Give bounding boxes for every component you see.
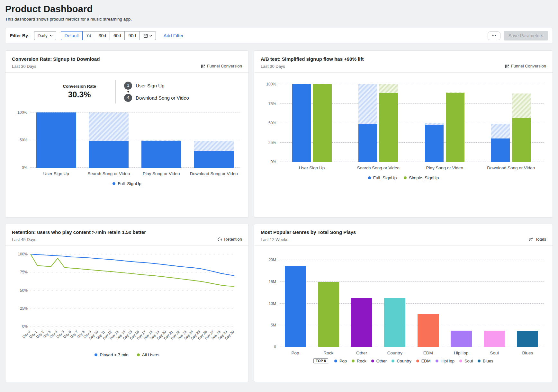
- bar[interactable]: [89, 141, 129, 168]
- y-tick-label: 0%: [260, 160, 276, 164]
- x-axis-label: Rock: [312, 351, 345, 355]
- bar[interactable]: [491, 138, 510, 162]
- bar[interactable]: [484, 331, 505, 347]
- bar-dropoff-hatch[interactable]: [446, 92, 464, 93]
- x-axis-label: User Sign Up: [30, 171, 83, 176]
- bar-dropoff-hatch[interactable]: [89, 112, 129, 141]
- bar[interactable]: [418, 314, 439, 347]
- legend-item[interactable]: Full_SignUp: [113, 181, 141, 186]
- legend-item[interactable]: Other: [371, 359, 387, 363]
- chart-type-label[interactable]: Retention: [217, 237, 242, 242]
- bar[interactable]: [36, 112, 76, 168]
- chart-type-label[interactable]: Funnel Conversion: [201, 64, 242, 68]
- bar[interactable]: [313, 84, 332, 162]
- legend-item[interactable]: Pop: [334, 359, 347, 363]
- legend-item[interactable]: Blues: [478, 359, 493, 363]
- preset-7d[interactable]: 7d: [82, 31, 95, 40]
- legend-dot: [113, 182, 115, 185]
- bar[interactable]: [292, 84, 311, 162]
- line-series[interactable]: [31, 254, 234, 286]
- preset-90d[interactable]: 90d: [124, 31, 140, 40]
- save-parameters-button[interactable]: Save Parameters: [504, 31, 548, 40]
- legend-dot: [137, 353, 140, 356]
- bar-dropoff-hatch[interactable]: [194, 141, 234, 151]
- y-tick-label: 75%: [260, 102, 276, 106]
- panel-header: Retention: users who play content >7min …: [5, 224, 248, 245]
- bar-dropoff-hatch[interactable]: [491, 124, 510, 138]
- funnel-step-first: 1 User Sign Up: [124, 82, 164, 90]
- legend-item[interactable]: Simple_SignUp: [404, 175, 439, 180]
- line-series[interactable]: [31, 254, 234, 276]
- legend-item[interactable]: Soul: [459, 359, 473, 363]
- calendar-button[interactable]: [140, 31, 156, 40]
- legend-item[interactable]: Rock: [352, 359, 366, 363]
- bar-dropoff-hatch[interactable]: [141, 140, 181, 141]
- funnel-chart-icon: [201, 64, 205, 68]
- bar-group: [379, 84, 398, 162]
- legend-item[interactable]: Country: [392, 359, 411, 363]
- bar-group: [484, 260, 505, 347]
- legend-item[interactable]: Played > 7 min: [94, 352, 129, 357]
- preset-30d[interactable]: 30d: [95, 31, 110, 40]
- more-options-button[interactable]: •••: [488, 31, 500, 40]
- legend-item[interactable]: HipHop: [436, 359, 455, 363]
- category-column: [135, 112, 188, 168]
- legend-label: Other: [376, 359, 387, 363]
- preset-default[interactable]: Default: [61, 31, 83, 40]
- bar[interactable]: [141, 141, 181, 168]
- y-tick-label: 100%: [11, 110, 27, 115]
- bar[interactable]: [451, 331, 472, 347]
- legend-item[interactable]: EDM: [416, 359, 431, 363]
- bar[interactable]: [351, 298, 372, 347]
- panel-date-range: Last 30 Days: [261, 64, 546, 69]
- bar[interactable]: [384, 298, 405, 347]
- bar-group: [425, 84, 444, 162]
- bar[interactable]: [425, 125, 444, 162]
- bar-group: [491, 84, 510, 162]
- bar-group: [285, 260, 306, 347]
- chart-type-label[interactable]: Funnel Conversion: [505, 64, 546, 68]
- retention-line-chart: 100%75%50%25%0%Day 0Day 1Day 2Day 3Day 4…: [12, 250, 242, 357]
- preset-60d[interactable]: 60d: [110, 31, 125, 40]
- interval-dropdown[interactable]: Daily: [34, 31, 56, 40]
- bar-dropoff-hatch[interactable]: [512, 94, 531, 118]
- legend-label: Played > 7 min: [100, 352, 129, 357]
- chart-legend: Full_SignUpSimple_SignUp: [261, 175, 546, 180]
- divider: [115, 80, 116, 103]
- legend-top-badge: TOP 8: [313, 358, 328, 363]
- x-axis-label: Play Song or Video: [135, 171, 188, 176]
- bar[interactable]: [512, 118, 531, 162]
- bar[interactable]: [517, 331, 538, 347]
- panel-header: Conversion Rate: Signup to Download Last…: [5, 51, 248, 72]
- chart-type-label[interactable]: Totals: [529, 237, 546, 242]
- bar[interactable]: [285, 266, 306, 347]
- divider: [5, 245, 248, 246]
- y-tick-label: 25%: [20, 306, 28, 311]
- legend-item[interactable]: Full_SignUp: [368, 175, 397, 180]
- bar[interactable]: [358, 124, 377, 162]
- kpi-label: Conversion Rate: [52, 84, 107, 89]
- bar-dropoff-hatch[interactable]: [425, 123, 444, 125]
- bar-group: [292, 84, 311, 162]
- legend-item[interactable]: All Users: [137, 352, 159, 357]
- funnel-step-last: 4 Download Song or Video: [124, 94, 189, 102]
- y-tick-label: 25%: [260, 140, 276, 145]
- bar-dropoff-hatch[interactable]: [379, 84, 398, 93]
- category-column: [478, 260, 511, 347]
- panel-header: A/B test: Simplified signup flow has +90…: [254, 51, 553, 72]
- x-axis: User Sign UpSearch Song or VideoPlay Son…: [279, 165, 544, 170]
- x-axis-label: Country: [378, 351, 411, 355]
- ab-test-bar-chart: 100%75%50%25%0% User Sign UpSearch Song …: [261, 84, 546, 180]
- page: Product Dashboard This dashboard shows p…: [0, 0, 558, 392]
- x-axis-label: Pop: [279, 351, 312, 355]
- category-column: [188, 112, 240, 168]
- bar[interactable]: [379, 93, 398, 162]
- legend-dot: [371, 360, 374, 362]
- legend-label: Blues: [483, 359, 493, 363]
- add-filter-link[interactable]: Add Filter: [164, 33, 184, 38]
- bar[interactable]: [194, 151, 234, 168]
- bar[interactable]: [446, 93, 464, 162]
- bar[interactable]: [318, 282, 339, 347]
- legend-dot: [478, 360, 481, 362]
- bar-dropoff-hatch[interactable]: [358, 84, 377, 124]
